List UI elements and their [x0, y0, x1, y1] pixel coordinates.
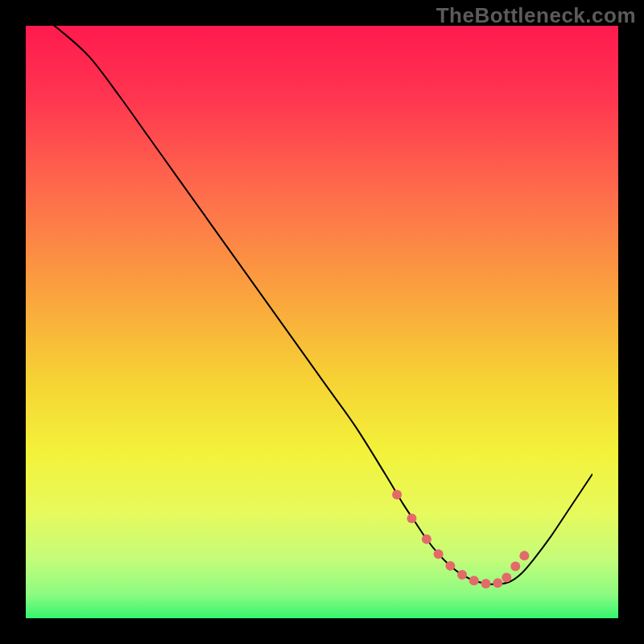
marker-dot — [445, 561, 455, 571]
marker-dot — [493, 578, 502, 588]
marker-dot — [519, 551, 529, 560]
marker-dot — [481, 579, 491, 588]
marker-dot — [469, 576, 479, 585]
marker-dot — [510, 562, 520, 572]
marker-dot — [457, 570, 467, 580]
optimal-range-markers — [0, 0, 592, 592]
marker-dot — [434, 549, 444, 559]
marker-dot — [407, 514, 417, 523]
marker-dot — [422, 535, 431, 544]
marker-dot — [502, 573, 511, 583]
marker-dot — [392, 490, 402, 500]
chart-frame: TheBottleneck.com — [0, 0, 644, 644]
